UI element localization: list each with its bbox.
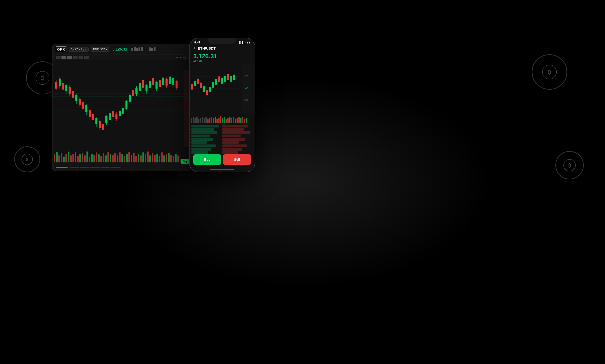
phone-pair-label: ETH/USDT [198,46,216,50]
bid-row-5 [192,138,213,141]
svg-rect-74 [136,88,138,94]
toolbar-btn-5[interactable] [79,56,83,59]
svg-rect-48 [92,114,94,120]
svg-rect-217 [236,118,238,123]
svg-text:$: $ [26,157,28,162]
svg-rect-143 [152,153,153,162]
back-button[interactable]: < [193,46,195,50]
svg-rect-196 [198,119,199,123]
svg-rect-82 [149,81,151,88]
svg-rect-133 [128,152,130,162]
svg-rect-30 [62,83,64,90]
svg-rect-212 [227,118,229,123]
svg-rect-12 [141,47,143,51]
toolbar-btn-1[interactable] [56,56,60,59]
bid-row-4 [192,135,210,137]
svg-rect-183 [227,74,229,80]
svg-rect-128 [117,156,118,163]
svg-rect-222 [246,118,247,123]
svg-rect-197 [200,118,201,123]
svg-rect-52 [99,121,101,128]
svg-rect-202 [209,118,211,123]
chart-scrollbar[interactable] [56,167,68,168]
buy-button[interactable]: Buy [193,154,221,165]
phone-price: 3,126.31 [193,53,251,60]
svg-rect-103 [58,156,60,163]
ask-row-3 [222,131,250,134]
toolbar-btn-4[interactable] [73,56,78,59]
svg-text:₿: ₿ [548,69,551,75]
svg-rect-50 [96,118,98,124]
svg-rect-38 [75,95,78,101]
svg-rect-107 [68,152,69,162]
svg-rect-88 [159,80,161,87]
scrollbar-track [69,167,79,168]
svg-rect-98 [176,81,178,88]
phone-header: < ETH/USDT [190,45,255,51]
pair-dropdown[interactable]: ETH/USDT ▾ [91,47,109,52]
tablet-device: OKX Spot Trading ▾ ETH/USDT ▾ 3,126.31 [52,44,203,171]
svg-rect-187 [233,75,235,80]
svg-rect-203 [211,117,212,123]
svg-rect-72 [132,90,134,96]
coin-btc-topright: ₿ [532,54,567,90]
svg-rect-150 [168,153,170,162]
svg-rect-13 [149,47,151,51]
svg-rect-210 [224,117,225,123]
svg-line-17 [185,58,186,59]
svg-rect-109 [72,154,74,162]
svg-rect-8 [131,48,133,51]
svg-rect-64 [119,111,121,116]
svg-text:₿: ₿ [568,163,571,168]
svg-rect-70 [129,95,131,102]
svg-rect-211 [225,119,227,123]
svg-rect-112 [79,154,81,163]
svg-rect-169 [206,90,208,95]
svg-rect-108 [70,156,72,163]
svg-rect-116 [89,156,91,162]
bid-row-1 [192,125,219,128]
coin-dollar-bottomleft: $ [14,146,40,172]
svg-rect-110 [75,153,76,162]
svg-rect-68 [125,101,128,109]
indicator-dropdown[interactable]: ▾ [180,56,181,59]
svg-rect-80 [146,85,148,91]
phone-volume [190,113,255,124]
svg-rect-121 [100,156,102,162]
svg-rect-90 [162,78,164,85]
spot-trading-dropdown[interactable]: Spot Trading ▾ [69,47,89,52]
svg-rect-32 [65,85,67,91]
svg-rect-220 [242,117,243,123]
svg-rect-213 [229,117,231,123]
timeframe-label[interactable]: M4 [175,56,178,59]
ask-row-5 [222,138,245,141]
svg-rect-167 [203,86,205,91]
svg-rect-120 [98,154,100,163]
sell-button[interactable]: Sell [223,154,251,165]
ask-row-4 [222,135,241,137]
svg-rect-114 [84,156,86,163]
home-bar [210,169,234,170]
svg-rect-10 [136,48,138,51]
svg-rect-193 [192,117,194,123]
toolbar-btn-3[interactable] [67,56,72,59]
bid-row-2 [192,128,214,131]
svg-rect-161 [194,81,196,86]
toolbar-btn-2[interactable] [61,56,66,59]
battery-icon: ▮▮ [247,41,250,44]
tablet-buy-btn[interactable]: Buy [180,159,190,164]
svg-rect-131 [124,156,125,162]
bid-row-8 [192,148,211,151]
okx-logo: OKX [56,47,66,52]
tablet-chart-area: 3,180 3,160 3,140 3,126 3,110 3,090 3,07… [53,60,203,147]
svg-rect-113 [82,153,83,162]
svg-rect-15 [154,47,155,51]
svg-rect-9 [134,47,136,51]
svg-rect-192 [191,118,192,123]
svg-rect-124 [107,152,109,162]
svg-rect-152 [173,156,174,162]
toolbar-btn-6[interactable] [84,56,89,59]
trade-buttons: Buy Sell [190,152,255,167]
phone-price-area: 3,126.31 +1.19% [190,51,255,64]
phone-orderbook [190,124,255,152]
